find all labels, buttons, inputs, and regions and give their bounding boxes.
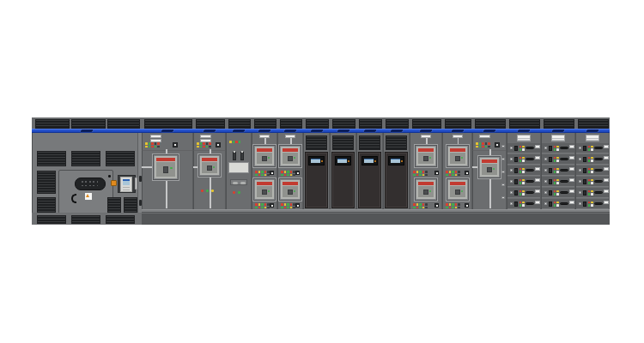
red-led-icon — [264, 171, 267, 173]
drive-cabinet-door[interactable] — [331, 152, 355, 208]
drawer-isolator-switch[interactable] — [583, 202, 586, 207]
section-mcc-column-3 — [575, 117, 610, 225]
drawer-isolator-switch[interactable] — [549, 202, 552, 207]
drawer-handle[interactable] — [594, 180, 603, 183]
drawer-isolator-switch[interactable] — [514, 202, 518, 207]
drawer-handle[interactable] — [526, 202, 534, 205]
drawer-reset-button[interactable] — [579, 191, 581, 195]
drawer-reset-button[interactable] — [579, 158, 581, 161]
control-switch[interactable] — [495, 142, 500, 147]
drawer-reset-button[interactable] — [510, 158, 513, 161]
drawer-handle[interactable] — [526, 158, 534, 160]
drawer-isolator-switch[interactable] — [514, 190, 518, 196]
control-switch[interactable] — [295, 203, 300, 208]
drawer-reset-button[interactable] — [544, 202, 547, 206]
drawer-reset-button[interactable] — [579, 147, 581, 150]
drawer-reset-button[interactable] — [579, 169, 581, 172]
genset-controller-hmi[interactable] — [118, 175, 136, 193]
drawer-isolator-switch[interactable] — [583, 146, 586, 151]
air-circuit-breaker[interactable] — [414, 178, 438, 202]
mcc-drawer-unit — [576, 165, 609, 176]
drawer-reset-button[interactable] — [510, 191, 513, 195]
drawer-reset-button[interactable] — [579, 180, 581, 184]
breaker-faceplate — [257, 186, 272, 197]
air-circuit-breaker[interactable] — [446, 178, 470, 202]
control-switch[interactable] — [270, 171, 274, 175]
breaker-red-nameplate — [482, 159, 497, 163]
drawer-handle[interactable] — [560, 191, 568, 194]
drawer-isolator-switch[interactable] — [514, 168, 518, 173]
brand-wordmark-icon — [363, 129, 376, 132]
red-led-icon — [416, 207, 419, 209]
drawer-handle[interactable] — [560, 180, 568, 183]
green-led-icon — [446, 207, 448, 209]
drawer-reset-button[interactable] — [544, 169, 547, 172]
drawer-isolator-switch[interactable] — [549, 146, 552, 151]
drawer-isolator-switch[interactable] — [583, 168, 586, 173]
control-switch[interactable] — [434, 171, 439, 175]
yellow-led-icon — [522, 190, 524, 192]
yellow-led-icon — [264, 207, 267, 209]
air-circuit-breaker[interactable] — [252, 144, 276, 168]
drawer-isolator-switch[interactable] — [583, 157, 586, 162]
drawer-handle[interactable] — [560, 147, 568, 149]
drawer-handle[interactable] — [526, 169, 534, 172]
air-circuit-breaker[interactable] — [278, 178, 302, 202]
drawer-isolator-switch[interactable] — [583, 179, 586, 184]
drive-cabinet-door[interactable] — [358, 152, 381, 208]
drawer-handle[interactable] — [594, 158, 603, 160]
control-switch[interactable] — [465, 203, 469, 208]
drawer-isolator-switch[interactable] — [514, 157, 518, 162]
air-circuit-breaker[interactable] — [152, 153, 179, 181]
drawer-reset-button[interactable] — [544, 147, 547, 150]
drawer-reset-button[interactable] — [510, 202, 513, 206]
drive-cabinet-door[interactable] — [385, 152, 408, 208]
drawer-handle[interactable] — [526, 191, 534, 194]
drawer-handle[interactable] — [526, 147, 534, 149]
drawer-handle[interactable] — [526, 180, 534, 183]
drawer-isolator-switch[interactable] — [583, 190, 586, 196]
green-led-icon — [206, 146, 209, 148]
off-led-icon — [458, 203, 460, 206]
drive-cabinet-door[interactable] — [305, 152, 328, 208]
drawer-handle[interactable] — [594, 191, 603, 194]
air-circuit-breaker[interactable] — [252, 178, 276, 202]
mcc-column-front — [575, 133, 610, 213]
drawer-handle[interactable] — [594, 147, 603, 149]
hmi-device — [120, 177, 132, 192]
air-circuit-breaker[interactable] — [446, 144, 470, 168]
air-circuit-breaker[interactable] — [197, 153, 222, 178]
white-led-icon — [591, 193, 592, 195]
control-switch[interactable] — [465, 171, 469, 175]
vent-grille-icon — [445, 119, 471, 129]
control-switch[interactable] — [173, 142, 178, 147]
drawer-reset-button[interactable] — [544, 191, 547, 195]
drawer-handle[interactable] — [594, 202, 603, 205]
air-circuit-breaker[interactable] — [278, 144, 302, 168]
drawer-handle[interactable] — [594, 169, 603, 172]
drawer-isolator-switch[interactable] — [549, 157, 552, 162]
drawer-isolator-switch[interactable] — [549, 190, 552, 196]
drawer-reset-button[interactable] — [579, 202, 581, 206]
drawer-isolator-switch[interactable] — [514, 179, 518, 184]
drawer-handle[interactable] — [560, 158, 568, 160]
drawer-reset-button[interactable] — [510, 180, 513, 184]
control-switch[interactable] — [434, 203, 439, 208]
drawer-handle[interactable] — [560, 202, 568, 205]
air-circuit-breaker[interactable] — [414, 144, 438, 168]
drawer-isolator-switch[interactable] — [549, 179, 552, 184]
control-switch[interactable] — [295, 171, 300, 175]
bay-indicator-leds — [197, 142, 211, 147]
drawer-reset-button[interactable] — [510, 169, 513, 172]
control-switch[interactable] — [216, 142, 221, 147]
drawer-reset-button[interactable] — [510, 147, 513, 150]
white-led-icon — [556, 182, 558, 184]
drawer-isolator-switch[interactable] — [549, 168, 552, 173]
drawer-reset-button[interactable] — [544, 158, 547, 161]
door-latch-hook-icon[interactable] — [71, 194, 76, 203]
air-circuit-breaker[interactable] — [477, 155, 501, 179]
drawer-reset-button[interactable] — [544, 180, 547, 184]
drawer-isolator-switch[interactable] — [514, 146, 518, 151]
drawer-handle[interactable] — [560, 169, 568, 172]
control-switch[interactable] — [270, 203, 274, 208]
